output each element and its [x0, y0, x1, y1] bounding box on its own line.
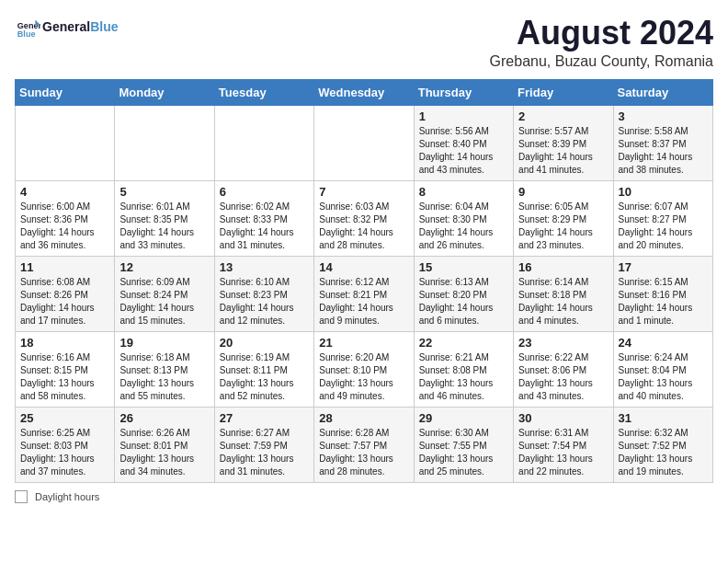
- day-info: Sunrise: 6:05 AMSunset: 8:29 PMDaylight:…: [518, 201, 608, 252]
- calendar-cell: [214, 105, 313, 180]
- day-number: 12: [119, 260, 209, 274]
- day-info: Sunrise: 6:09 AMSunset: 8:24 PMDaylight:…: [119, 276, 209, 327]
- day-info: Sunrise: 6:08 AMSunset: 8:26 PMDaylight:…: [20, 276, 109, 327]
- day-info: Sunrise: 6:22 AMSunset: 8:06 PMDaylight:…: [518, 351, 608, 403]
- calendar-cell: 4Sunrise: 6:00 AMSunset: 8:36 PMDaylight…: [16, 180, 115, 256]
- day-number: 18: [20, 336, 109, 350]
- calendar-cell: 25Sunrise: 6:25 AMSunset: 8:03 PMDayligh…: [16, 407, 115, 482]
- day-info: Sunrise: 6:31 AMSunset: 7:54 PMDaylight:…: [518, 427, 608, 478]
- day-number: 16: [518, 260, 608, 274]
- calendar-day-header: Saturday: [613, 79, 712, 105]
- calendar-cell: 17Sunrise: 6:15 AMSunset: 8:16 PMDayligh…: [613, 256, 712, 331]
- calendar-cell: 9Sunrise: 6:05 AMSunset: 8:29 PMDaylight…: [514, 180, 613, 256]
- day-number: 21: [319, 336, 408, 350]
- day-info: Sunrise: 6:01 AMSunset: 8:35 PMDaylight:…: [119, 201, 209, 252]
- calendar-cell: 29Sunrise: 6:30 AMSunset: 7:55 PMDayligh…: [414, 407, 513, 482]
- day-info: Sunrise: 6:20 AMSunset: 8:10 PMDaylight:…: [319, 351, 408, 403]
- day-info: Sunrise: 6:18 AMSunset: 8:13 PMDaylight:…: [119, 351, 209, 403]
- day-info: Sunrise: 6:25 AMSunset: 8:03 PMDaylight:…: [20, 427, 109, 478]
- calendar-cell: [16, 105, 115, 180]
- calendar-week-row: 4Sunrise: 6:00 AMSunset: 8:36 PMDaylight…: [16, 180, 713, 256]
- calendar-cell: 26Sunrise: 6:26 AMSunset: 8:01 PMDayligh…: [115, 407, 214, 482]
- day-number: 22: [419, 336, 508, 350]
- logo-general: General: [42, 19, 90, 34]
- calendar-cell: 3Sunrise: 5:58 AMSunset: 8:37 PMDaylight…: [613, 105, 712, 180]
- calendar-cell: 20Sunrise: 6:19 AMSunset: 8:11 PMDayligh…: [214, 331, 313, 407]
- day-info: Sunrise: 6:15 AMSunset: 8:16 PMDaylight:…: [619, 276, 708, 327]
- day-number: 14: [319, 260, 408, 274]
- day-info: Sunrise: 6:27 AMSunset: 7:59 PMDaylight:…: [220, 427, 309, 478]
- day-number: 7: [319, 185, 408, 199]
- calendar-cell: 1Sunrise: 5:56 AMSunset: 8:40 PMDaylight…: [414, 105, 513, 180]
- calendar-cell: 12Sunrise: 6:09 AMSunset: 8:24 PMDayligh…: [115, 256, 214, 331]
- calendar-week-row: 11Sunrise: 6:08 AMSunset: 8:26 PMDayligh…: [16, 256, 713, 331]
- day-info: Sunrise: 6:30 AMSunset: 7:55 PMDaylight:…: [419, 427, 508, 478]
- calendar-cell: 5Sunrise: 6:01 AMSunset: 8:35 PMDaylight…: [115, 180, 214, 256]
- calendar-cell: 6Sunrise: 6:02 AMSunset: 8:33 PMDaylight…: [214, 180, 313, 256]
- calendar-cell: 2Sunrise: 5:57 AMSunset: 8:39 PMDaylight…: [514, 105, 613, 180]
- calendar-day-header: Friday: [514, 79, 613, 105]
- logo-blue: Blue: [90, 19, 118, 34]
- day-info: Sunrise: 6:16 AMSunset: 8:15 PMDaylight:…: [20, 351, 109, 403]
- day-info: Sunrise: 6:19 AMSunset: 8:11 PMDaylight:…: [220, 351, 309, 403]
- calendar-cell: 15Sunrise: 6:13 AMSunset: 8:20 PMDayligh…: [414, 256, 513, 331]
- calendar-week-row: 25Sunrise: 6:25 AMSunset: 8:03 PMDayligh…: [16, 407, 713, 482]
- day-number: 9: [518, 185, 608, 199]
- day-info: Sunrise: 6:32 AMSunset: 7:52 PMDaylight:…: [619, 427, 708, 478]
- svg-text:Blue: Blue: [17, 29, 36, 39]
- calendar-cell: 13Sunrise: 6:10 AMSunset: 8:23 PMDayligh…: [214, 256, 313, 331]
- day-info: Sunrise: 6:00 AMSunset: 8:36 PMDaylight:…: [20, 201, 109, 252]
- calendar-day-header: Tuesday: [214, 79, 313, 105]
- day-number: 10: [619, 185, 708, 199]
- logo: General Blue GeneralBlue: [15, 15, 118, 40]
- calendar-day-header: Sunday: [16, 79, 115, 105]
- day-number: 26: [119, 411, 209, 425]
- day-number: 1: [419, 109, 508, 123]
- day-number: 5: [119, 185, 209, 199]
- calendar-cell: 30Sunrise: 6:31 AMSunset: 7:54 PMDayligh…: [514, 407, 613, 482]
- calendar-day-header: Monday: [115, 79, 214, 105]
- day-number: 19: [119, 336, 209, 350]
- day-info: Sunrise: 6:24 AMSunset: 8:04 PMDaylight:…: [619, 351, 708, 403]
- day-info: Sunrise: 5:57 AMSunset: 8:39 PMDaylight:…: [518, 125, 608, 177]
- calendar-cell: 22Sunrise: 6:21 AMSunset: 8:08 PMDayligh…: [414, 331, 513, 407]
- calendar-cell: 7Sunrise: 6:03 AMSunset: 8:32 PMDaylight…: [314, 180, 414, 256]
- day-info: Sunrise: 5:56 AMSunset: 8:40 PMDaylight:…: [419, 125, 508, 177]
- day-info: Sunrise: 6:21 AMSunset: 8:08 PMDaylight:…: [419, 351, 508, 403]
- day-info: Sunrise: 6:04 AMSunset: 8:30 PMDaylight:…: [419, 201, 508, 252]
- day-info: Sunrise: 6:10 AMSunset: 8:23 PMDaylight:…: [220, 276, 309, 327]
- day-number: 27: [220, 411, 309, 425]
- calendar-day-header: Wednesday: [314, 79, 414, 105]
- day-info: Sunrise: 6:13 AMSunset: 8:20 PMDaylight:…: [419, 276, 508, 327]
- calendar-cell: 31Sunrise: 6:32 AMSunset: 7:52 PMDayligh…: [613, 407, 712, 482]
- day-info: Sunrise: 5:58 AMSunset: 8:37 PMDaylight:…: [619, 125, 708, 177]
- calendar-cell: 23Sunrise: 6:22 AMSunset: 8:06 PMDayligh…: [514, 331, 613, 407]
- calendar-cell: 8Sunrise: 6:04 AMSunset: 8:30 PMDaylight…: [414, 180, 513, 256]
- day-info: Sunrise: 6:03 AMSunset: 8:32 PMDaylight:…: [319, 201, 408, 252]
- calendar-cell: 28Sunrise: 6:28 AMSunset: 7:57 PMDayligh…: [314, 407, 414, 482]
- calendar-cell: [314, 105, 414, 180]
- calendar-cell: 18Sunrise: 6:16 AMSunset: 8:15 PMDayligh…: [16, 331, 115, 407]
- day-number: 8: [419, 185, 508, 199]
- logo-icon: General Blue: [15, 15, 40, 40]
- calendar-cell: 27Sunrise: 6:27 AMSunset: 7:59 PMDayligh…: [214, 407, 313, 482]
- month-year-title: August 2024: [490, 15, 713, 52]
- calendar-cell: 21Sunrise: 6:20 AMSunset: 8:10 PMDayligh…: [314, 331, 414, 407]
- calendar-cell: [115, 105, 214, 180]
- day-number: 11: [20, 260, 109, 274]
- day-number: 31: [619, 411, 708, 425]
- calendar-cell: 16Sunrise: 6:14 AMSunset: 8:18 PMDayligh…: [514, 256, 613, 331]
- title-block: August 2024 Grebanu, Buzau County, Roman…: [490, 15, 713, 70]
- day-number: 4: [20, 185, 109, 199]
- day-number: 2: [518, 109, 608, 123]
- daylight-box: [15, 490, 28, 503]
- day-info: Sunrise: 6:14 AMSunset: 8:18 PMDaylight:…: [518, 276, 608, 327]
- calendar-header-row: SundayMondayTuesdayWednesdayThursdayFrid…: [16, 79, 713, 105]
- calendar-cell: 24Sunrise: 6:24 AMSunset: 8:04 PMDayligh…: [613, 331, 712, 407]
- day-info: Sunrise: 6:28 AMSunset: 7:57 PMDaylight:…: [319, 427, 408, 478]
- day-number: 30: [518, 411, 608, 425]
- day-number: 23: [518, 336, 608, 350]
- day-number: 29: [419, 411, 508, 425]
- day-info: Sunrise: 6:12 AMSunset: 8:21 PMDaylight:…: [319, 276, 408, 327]
- day-number: 3: [619, 109, 708, 123]
